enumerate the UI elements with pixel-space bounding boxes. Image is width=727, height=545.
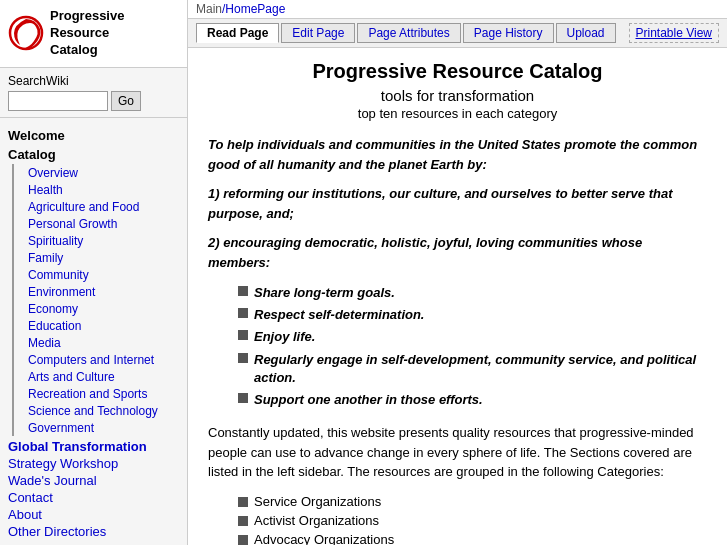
intro-bold-span: To help individuals and communities in t… [208, 137, 697, 172]
nav-link-family[interactable]: Family [28, 251, 63, 265]
bullet-icon [238, 308, 248, 318]
list-item: Activist Organizations [238, 511, 707, 530]
bullet-icon [238, 497, 248, 507]
nav-catalog-title: Catalog [8, 147, 179, 162]
sidebar-search: SearchWiki Go [0, 68, 187, 118]
list-item: Economy [12, 300, 179, 317]
list-item: Recreation and Sports [12, 385, 179, 402]
list-item: Enjoy life. [238, 326, 707, 348]
tab-page-history[interactable]: Page History [463, 23, 554, 43]
tab-page-attributes[interactable]: Page Attributes [357, 23, 460, 43]
nav-link-media[interactable]: Media [28, 336, 61, 350]
nav-link-contact[interactable]: Contact [8, 490, 179, 505]
list-item: Education [12, 317, 179, 334]
nav-link-economy[interactable]: Economy [28, 302, 78, 316]
page-body: Progressive Resource Catalog tools for t… [188, 48, 727, 545]
body-text: Constantly updated, this website present… [208, 423, 707, 482]
bullet-icon [238, 516, 248, 526]
list-item: Overview [12, 164, 179, 181]
breadcrumb: Main /HomePage [188, 0, 727, 19]
list-item: Advocacy Organizations [238, 530, 707, 545]
logo-icon [8, 15, 44, 51]
search-label: SearchWiki [8, 74, 179, 88]
bullet-text: Respect self-determination. [254, 306, 425, 324]
intro-line1-span: 1) reforming our institutions, our cultu… [208, 186, 672, 221]
bullets-list: Share long-term goals. Respect self-dete… [208, 282, 707, 411]
nav-link-about[interactable]: About [8, 507, 179, 522]
nav-link-other-directories[interactable]: Other Directories [8, 524, 179, 539]
tab-upload[interactable]: Upload [556, 23, 616, 43]
page-title: Progressive Resource Catalog [208, 60, 707, 83]
list-item: Science and Technology [12, 402, 179, 419]
nav-link-personal-growth[interactable]: Personal Growth [28, 217, 117, 231]
list-item: Support one another in those efforts. [238, 389, 707, 411]
list-item: Share long-term goals. [238, 282, 707, 304]
list-item: Spirituality [12, 232, 179, 249]
nav-link-science[interactable]: Science and Technology [28, 404, 158, 418]
list-item: Agriculture and Food [12, 198, 179, 215]
tab-edit-page[interactable]: Edit Page [281, 23, 355, 43]
list-item: Government [12, 419, 179, 436]
nav-link-agriculture[interactable]: Agriculture and Food [28, 200, 139, 214]
bullet-icon [238, 353, 248, 363]
printable-view[interactable]: Printable View [629, 23, 720, 43]
breadcrumb-current[interactable]: /HomePage [222, 2, 285, 16]
sidebar: Progressive Resource Catalog SearchWiki … [0, 0, 188, 545]
list-item: Respect self-determination. [238, 304, 707, 326]
nav-link-computers[interactable]: Computers and Internet [28, 353, 154, 367]
bullet-text: Regularly engage in self-development, co… [254, 351, 707, 387]
list-item: Service Organizations [238, 492, 707, 511]
nav-link-global-transformation[interactable]: Global Transformation [8, 439, 179, 454]
bullet-text: Support one another in those efforts. [254, 391, 483, 409]
tabs-left: Read Page Edit Page Page Attributes Page… [196, 23, 616, 43]
categories-list: Service Organizations Activist Organizat… [208, 492, 707, 545]
list-item: Health [12, 181, 179, 198]
category-text: Advocacy Organizations [254, 532, 394, 545]
list-item: Family [12, 249, 179, 266]
intro-bold-text: To help individuals and communities in t… [208, 135, 707, 174]
category-text: Service Organizations [254, 494, 381, 509]
bullet-icon [238, 286, 248, 296]
list-item: Computers and Internet [12, 351, 179, 368]
nav-link-education[interactable]: Education [28, 319, 81, 333]
intro-line2: 2) encouraging democratic, holistic, joy… [208, 233, 707, 272]
category-text: Activist Organizations [254, 513, 379, 528]
main-content: Main /HomePage Read Page Edit Page Page … [188, 0, 727, 545]
nav-link-arts[interactable]: Arts and Culture [28, 370, 115, 384]
nav-catalog-items: Overview Health Agriculture and Food Per… [8, 164, 179, 436]
nav-link-wades-journal[interactable]: Wade's Journal [8, 473, 179, 488]
bullet-icon [238, 393, 248, 403]
page-subsubtitle: top ten resources in each category [208, 106, 707, 121]
tab-read-page[interactable]: Read Page [196, 23, 279, 43]
nav-link-community[interactable]: Community [28, 268, 89, 282]
intro-line1: 1) reforming our institutions, our cultu… [208, 184, 707, 223]
list-item: Community [12, 266, 179, 283]
logo-text: Progressive Resource Catalog [50, 8, 179, 59]
list-item: Environment [12, 283, 179, 300]
bullet-icon [238, 330, 248, 340]
search-input[interactable] [8, 91, 108, 111]
tabs-bar: Read Page Edit Page Page Attributes Page… [188, 19, 727, 48]
nav-link-overview[interactable]: Overview [28, 166, 78, 180]
list-item: Media [12, 334, 179, 351]
intro-line2-span: 2) encouraging democratic, holistic, joy… [208, 235, 642, 270]
nav-link-health[interactable]: Health [28, 183, 63, 197]
list-item: Arts and Culture [12, 368, 179, 385]
sidebar-nav: Welcome Catalog Overview Health Agricult… [0, 118, 187, 545]
bullet-text: Enjoy life. [254, 328, 315, 346]
nav-link-spirituality[interactable]: Spirituality [28, 234, 83, 248]
bullet-text: Share long-term goals. [254, 284, 395, 302]
sidebar-logo: Progressive Resource Catalog [0, 0, 187, 68]
nav-link-strategy-workshop[interactable]: Strategy Workshop [8, 456, 179, 471]
page-subtitle: tools for transformation [208, 87, 707, 104]
nav-link-environment[interactable]: Environment [28, 285, 95, 299]
nav-link-government[interactable]: Government [28, 421, 94, 435]
search-button[interactable]: Go [111, 91, 141, 111]
breadcrumb-prefix: Main [196, 2, 222, 16]
bullet-icon [238, 535, 248, 545]
nav-welcome[interactable]: Welcome [8, 128, 179, 143]
list-item: Personal Growth [12, 215, 179, 232]
nav-link-recreation[interactable]: Recreation and Sports [28, 387, 147, 401]
list-item: Regularly engage in self-development, co… [238, 349, 707, 389]
